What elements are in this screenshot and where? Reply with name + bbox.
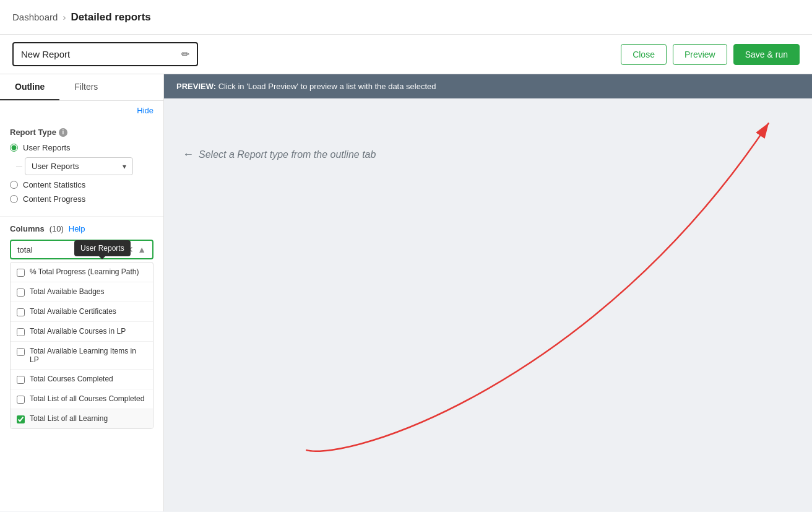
dashboard-link[interactable]: Dashboard xyxy=(12,12,58,22)
search-input[interactable] xyxy=(17,245,123,254)
edit-icon: ✏ xyxy=(181,48,189,60)
arrow-left-icon: ← xyxy=(183,148,194,161)
preview-banner-text: Click in 'Load Preview' to preview a lis… xyxy=(218,82,436,91)
top-bar: Dashboard › Detailed reports xyxy=(0,0,812,35)
sidebar: Outline Filters Hide Report Type i User … xyxy=(0,74,164,511)
column-item-label: % Total Progress (Learning Path) xyxy=(30,267,139,276)
column-item[interactable]: Total Courses Completed xyxy=(11,370,153,389)
column-item-label: Total List of all Learning xyxy=(30,414,108,423)
column-item[interactable]: % Total Progress (Learning Path) xyxy=(11,263,153,282)
user-reports-dropdown[interactable]: User Reports ▾ xyxy=(25,157,133,175)
main-layout: Outline Filters Hide Report Type i User … xyxy=(0,74,812,511)
columns-label: Columns xyxy=(10,224,45,233)
tab-bar: Outline Filters xyxy=(0,74,163,101)
preview-content: ← Select a Report type from the outline … xyxy=(164,98,812,511)
report-name-input[interactable] xyxy=(21,49,176,59)
radio-content-statistics-label: Content Statistics xyxy=(23,180,85,189)
dropdown-value: User Reports xyxy=(32,162,79,171)
collapse-icon[interactable]: ▲ xyxy=(137,245,146,254)
breadcrumb-separator: › xyxy=(63,12,66,22)
toolbar: ✏ Close Preview Save & run xyxy=(0,35,812,74)
preview-banner-prefix: PREVIEW: xyxy=(176,82,216,91)
column-item-label: Total Courses Completed xyxy=(30,375,113,383)
column-item-label: Total Available Learning Items in LP xyxy=(30,347,147,364)
column-item[interactable]: Total Available Learning Items in LP xyxy=(11,342,153,370)
columns-count: (10) xyxy=(50,224,64,233)
column-list: % Total Progress (Learning Path)Total Av… xyxy=(10,262,153,429)
report-type-label: Report Type i xyxy=(10,128,153,137)
column-item[interactable]: Total Available Courses in LP xyxy=(11,322,153,342)
radio-content-statistics[interactable]: Content Statistics xyxy=(10,180,153,189)
save-run-button[interactable]: Save & run xyxy=(733,44,800,65)
hint-text: Select a Report type from the outline ta… xyxy=(199,149,376,160)
select-report-hint: ← Select a Report type from the outline … xyxy=(183,148,376,161)
column-item[interactable]: Total List of all Learning xyxy=(11,409,153,428)
close-button[interactable]: Close xyxy=(621,44,667,65)
report-name-field[interactable]: ✏ xyxy=(12,42,198,66)
toolbar-buttons: Close Preview Save & run xyxy=(621,44,800,65)
column-item[interactable]: Total List of all Courses Completed xyxy=(11,389,153,409)
tab-outline[interactable]: Outline xyxy=(0,74,59,100)
columns-section: Columns (10) Help ✕ ▲ % Total Progress (… xyxy=(0,216,163,436)
chevron-down-icon: ▾ xyxy=(123,162,126,171)
report-type-section: Report Type i User Reports User Reports … xyxy=(0,120,163,216)
hide-link[interactable]: Hide xyxy=(0,101,163,120)
radio-content-progress[interactable]: Content Progress xyxy=(10,194,153,204)
help-link[interactable]: Help xyxy=(69,224,85,233)
column-item-label: Total Available Courses in LP xyxy=(30,327,126,336)
column-item[interactable]: Total Available Badges xyxy=(11,282,153,302)
column-item-label: Total List of all Courses Completed xyxy=(30,394,144,403)
info-icon: i xyxy=(59,128,67,137)
radio-content-progress-label: Content Progress xyxy=(23,194,85,204)
column-item-label: Total Available Certificates xyxy=(30,307,116,316)
clear-search-icon[interactable]: ✕ xyxy=(126,245,134,254)
search-box[interactable]: ✕ ▲ xyxy=(10,240,153,259)
preview-area: PREVIEW: Click in 'Load Preview' to prev… xyxy=(164,74,812,511)
user-reports-dropdown-row: User Reports ▾ xyxy=(25,157,153,175)
preview-banner: PREVIEW: Click in 'Load Preview' to prev… xyxy=(164,74,812,98)
tab-filters[interactable]: Filters xyxy=(59,74,113,100)
column-item[interactable]: Total Available Certificates xyxy=(11,302,153,322)
radio-user-reports[interactable]: User Reports xyxy=(10,143,153,152)
column-item-label: Total Available Badges xyxy=(30,287,105,296)
columns-header: Columns (10) Help xyxy=(10,224,153,233)
radio-user-reports-label: User Reports xyxy=(23,143,71,152)
page-title: Detailed reports xyxy=(71,11,150,24)
preview-button[interactable]: Preview xyxy=(673,44,727,65)
